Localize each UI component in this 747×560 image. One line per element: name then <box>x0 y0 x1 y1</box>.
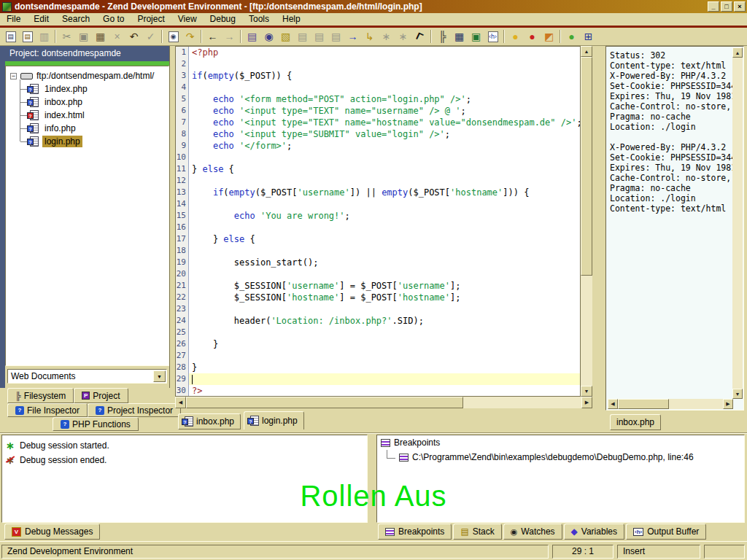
analyze-button[interactable]: Γ <box>411 29 428 44</box>
table-view-button[interactable]: ▦ <box>451 29 468 44</box>
run-button[interactable]: → <box>344 29 361 44</box>
tab-filesystem[interactable]: ╠Filesystem <box>7 388 74 403</box>
tab-variables[interactable]: ◆Variables <box>564 524 624 540</box>
tree-view-button[interactable]: ╠ <box>434 29 451 44</box>
code-line-12[interactable]: 12 <box>176 175 580 187</box>
document-filter-combobox[interactable]: Web Documents ▼ <box>7 369 167 384</box>
code-line-7[interactable]: 7 echo '<input type="TEXT" name="hostnam… <box>176 117 580 128</box>
code-line-19[interactable]: 19 session_start(); <box>176 257 580 268</box>
code-line-24[interactable]: 24 header('Location: /inbox.php?'.SID); <box>176 315 580 327</box>
new-file-button[interactable]: ▤ <box>2 29 19 44</box>
editor-tab-inbox[interactable]: ? inbox.php <box>178 413 241 429</box>
scroll-left-icon[interactable]: ◀ <box>608 399 618 409</box>
code-line-14[interactable]: 14 <box>176 198 580 210</box>
minimize-button[interactable]: _ <box>708 1 719 12</box>
document-a-button[interactable]: ▤ <box>294 29 311 44</box>
watch-button[interactable]: ◉ <box>260 29 277 44</box>
tab-debug-messages[interactable]: V Debug Messages <box>4 524 100 540</box>
code-editor[interactable]: 1<?php23if(empty($_POST)) {45 echo '<for… <box>175 46 581 397</box>
headers-tab-inbox[interactable]: inbox.php <box>610 414 661 430</box>
breakpoint-item[interactable]: C:\Programme\Zend\bin\examples\debugdemo… <box>377 450 744 464</box>
palette-button[interactable]: ◩ <box>541 29 557 44</box>
editor-horizontal-scrollbar[interactable]: ◀ ▶ <box>175 397 592 408</box>
debug-a-button[interactable]: ∗ <box>378 29 395 44</box>
code-line-8[interactable]: 8 echo '<input type="SUBMIT" value="logi… <box>176 128 580 140</box>
code-line-11[interactable]: 11} else { <box>176 163 580 175</box>
code-line-23[interactable]: 23 <box>176 303 580 315</box>
tab-file-inspector[interactable]: ?File Inspector <box>7 403 88 417</box>
tree-root[interactable]: − ftp:/dontsendmespam.de/html/ <box>10 69 169 82</box>
tab-php-functions[interactable]: ?PHP Functions <box>53 417 139 431</box>
save-button[interactable]: ▥ <box>36 29 53 44</box>
tree-item-inbox-php[interactable]: ?inbox.php <box>20 96 169 109</box>
info-marker-button[interactable]: ● <box>507 29 524 44</box>
code-line-13[interactable]: 13 if(empty($_POST['username']) || empty… <box>176 187 580 198</box>
combobox-dropdown-icon[interactable]: ▼ <box>153 370 166 382</box>
code-line-10[interactable]: 10 <box>176 152 580 163</box>
menu-help[interactable]: Help <box>276 13 307 26</box>
scroll-right-icon[interactable]: ▶ <box>581 397 592 408</box>
scroll-down-icon[interactable]: ▼ <box>581 386 592 397</box>
scrollbar-thumb[interactable] <box>618 399 669 409</box>
document-c-button[interactable]: ▤ <box>328 29 344 44</box>
tab-watches[interactable]: ◉Watches <box>503 524 562 540</box>
scroll-left-icon[interactable]: ◀ <box>175 397 186 408</box>
code-line-28[interactable]: 28} <box>176 362 580 373</box>
code-line-21[interactable]: 21 $_SESSION['username'] = $_POST['usern… <box>176 280 580 292</box>
scroll-down-icon[interactable]: ▼ <box>732 389 743 399</box>
menu-project[interactable]: Project <box>131 13 171 26</box>
tree-item-index-html[interactable]: ?index.html <box>20 109 169 122</box>
code-line-27[interactable]: 27 <box>176 350 580 362</box>
menu-view[interactable]: View <box>171 13 204 26</box>
find-button[interactable]: ◉ <box>165 29 182 44</box>
project-tree[interactable]: − ftp:/dontsendmespam.de/html/ ?1index.p… <box>5 66 169 366</box>
scroll-up-icon[interactable]: ▲ <box>732 47 743 58</box>
paste-button[interactable]: ▦ <box>92 29 109 44</box>
browser-button[interactable]: ⊞ <box>580 29 597 44</box>
menu-tools[interactable]: Tools <box>242 13 276 26</box>
code-line-20[interactable]: 20 <box>176 268 580 280</box>
window-run-button[interactable]: ▣ <box>468 29 484 44</box>
tree-item-info-php[interactable]: ?info.php <box>20 122 169 135</box>
menu-edit[interactable]: Edit <box>27 13 55 26</box>
replace-button[interactable]: ↷ <box>182 29 198 44</box>
headers-vertical-scrollbar[interactable]: ▲ ▼ <box>732 47 743 399</box>
scroll-right-icon[interactable]: ▶ <box>723 399 733 409</box>
maximize-button[interactable]: □ <box>721 1 732 12</box>
forward-button[interactable]: → <box>221 29 238 44</box>
code-line-25[interactable]: 25 <box>176 327 580 338</box>
breakpoint-marker-button[interactable]: ● <box>524 29 541 44</box>
cut-button[interactable]: ✂ <box>58 29 75 44</box>
code-line-30[interactable]: 30?> <box>176 385 580 397</box>
output-html-button[interactable]: ‹h› <box>484 29 501 44</box>
code-line-4[interactable]: 4 <box>176 82 580 93</box>
tab-stack[interactable]: ▤Stack <box>453 524 501 540</box>
code-line-6[interactable]: 6 echo '<input type="TEXT" name="usernam… <box>176 105 580 117</box>
menu-file[interactable]: File <box>0 13 27 26</box>
code-line-26[interactable]: 26 } <box>176 338 580 350</box>
scrollbar-thumb[interactable] <box>186 397 463 408</box>
code-line-17[interactable]: 17 } else { <box>176 233 580 245</box>
code-line-2[interactable]: 2 <box>176 58 580 70</box>
editor-tab-login[interactable]: ? login.php <box>244 411 304 429</box>
preferences-button[interactable]: ● <box>563 29 580 44</box>
tree-item-login-php[interactable]: ?login.php <box>20 135 169 148</box>
code-line-22[interactable]: 22 $_SESSION['hostname'] = $_POST['hostn… <box>176 292 580 303</box>
open-file-button[interactable]: ▤ <box>19 29 36 44</box>
code-line-1[interactable]: 1<?php <box>176 47 580 58</box>
editor-vertical-scrollbar[interactable]: ▲ ▼ <box>581 46 592 397</box>
back-button[interactable]: ← <box>204 29 221 44</box>
print-button[interactable]: ▤ <box>244 29 260 44</box>
headers-horizontal-scrollbar[interactable]: ◀ ▶ <box>608 399 733 409</box>
code-line-15[interactable]: 15 echo 'You are wrong!'; <box>176 210 580 222</box>
scroll-up-icon[interactable]: ▲ <box>581 46 592 57</box>
delete-button[interactable]: × <box>109 29 125 44</box>
breakpoints-root[interactable]: Breakpoints <box>377 435 744 450</box>
copy-button[interactable]: ▣ <box>75 29 92 44</box>
document-b-button[interactable]: ▤ <box>311 29 328 44</box>
menu-search[interactable]: Search <box>55 13 96 26</box>
tab-breakpoints[interactable]: Breakpoints <box>378 524 452 540</box>
tab-project-inspector[interactable]: ?Project Inspector <box>88 403 181 417</box>
menu-go-to[interactable]: Go to <box>96 13 131 26</box>
code-line-29[interactable]: 29 <box>176 373 580 385</box>
